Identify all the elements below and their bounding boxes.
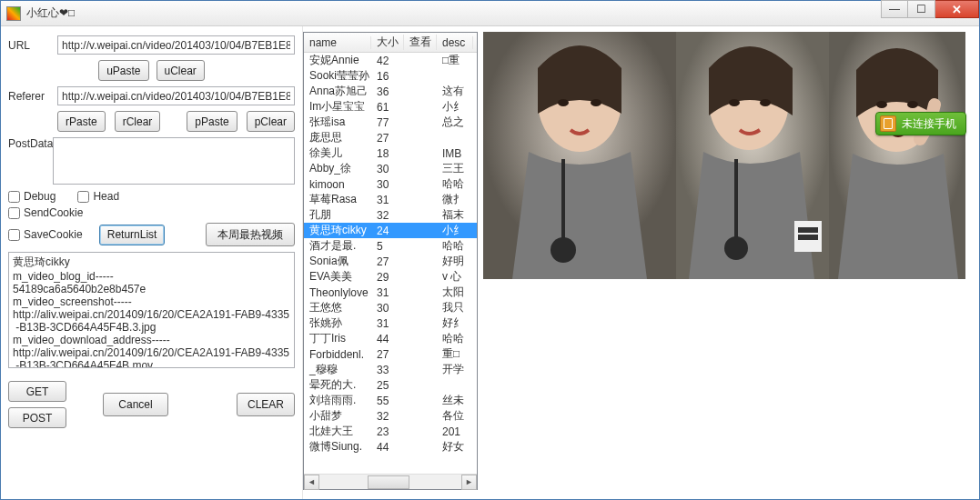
app-icon bbox=[6, 6, 21, 21]
uclear-button[interactable]: uClear bbox=[157, 60, 205, 81]
list-row[interactable]: 安妮Annie42□重 bbox=[304, 53, 477, 68]
list-row[interactable]: Sooki莹莹孙16 bbox=[304, 68, 477, 84]
list-row[interactable]: 北娃大王23201 bbox=[304, 424, 477, 439]
post-button[interactable]: POST bbox=[8, 407, 66, 428]
get-button[interactable]: GET bbox=[8, 381, 66, 402]
preview-image-1 bbox=[483, 32, 676, 279]
hdr-desc[interactable]: desc bbox=[437, 36, 473, 49]
ppaste-button[interactable]: pPaste bbox=[187, 111, 237, 132]
rclear-button[interactable]: rClear bbox=[115, 111, 161, 132]
client-area: URL uPaste uClear Referer rPaste rClear … bbox=[1, 26, 979, 499]
phone-status-badge[interactable]: 未连接手机 bbox=[875, 112, 966, 135]
list-h-scrollbar[interactable]: ◄ ► bbox=[304, 474, 477, 489]
list-row[interactable]: Im小星宝宝61小纟 bbox=[304, 99, 477, 115]
window-title: 小红心❤□ bbox=[26, 5, 75, 21]
sendcookie-checkbox[interactable]: SendCookie bbox=[8, 206, 83, 219]
close-button[interactable]: ✕ bbox=[935, 0, 979, 18]
hotvideo-button[interactable]: 本周最热视频 bbox=[206, 223, 295, 246]
list-row[interactable]: 庞思思27 bbox=[304, 130, 477, 145]
rpaste-button[interactable]: rPaste bbox=[57, 111, 106, 132]
list-row[interactable]: kimoon30哈哈 bbox=[304, 176, 477, 192]
list-row[interactable]: Anna苏旭己36这有 bbox=[304, 84, 477, 99]
list-row[interactable]: 丁丁Iris44哈哈 bbox=[304, 331, 477, 346]
app-window: 小红心❤□ — ☐ ✕ URL uPaste uClear Referer rP… bbox=[0, 0, 980, 500]
svg-point-14 bbox=[907, 101, 918, 108]
list-row[interactable]: _穆穆33开学 bbox=[304, 362, 477, 377]
list-row[interactable]: 王悠悠30我只 bbox=[304, 300, 477, 315]
scroll-right-icon[interactable]: ► bbox=[461, 475, 477, 490]
svg-point-4 bbox=[551, 237, 576, 263]
list-row[interactable]: 黄思琦cikky24小纟 bbox=[304, 223, 477, 238]
list-row[interactable]: EVA美美29v 心 bbox=[304, 269, 477, 285]
preview-image-2 bbox=[676, 32, 829, 279]
pclear-button[interactable]: pClear bbox=[247, 111, 295, 132]
list-row[interactable]: 徐美儿18IMB bbox=[304, 145, 477, 161]
cancel-button[interactable]: Cancel bbox=[103, 393, 168, 416]
savecookie-checkbox[interactable]: SaveCookie bbox=[8, 228, 83, 241]
clear-button[interactable]: CLEAR bbox=[237, 393, 295, 416]
minimize-button[interactable]: — bbox=[881, 0, 908, 18]
debug-checkbox[interactable]: Debug bbox=[8, 190, 56, 203]
list-row[interactable]: 晕死的大.25 bbox=[304, 377, 477, 393]
hdr-name[interactable]: name bbox=[304, 36, 371, 49]
postdata-input[interactable] bbox=[53, 137, 295, 185]
list-row[interactable]: 酒才是最.5哈哈 bbox=[304, 238, 477, 254]
watermark-text: 查字典 教程网 bbox=[889, 474, 970, 490]
titlebar: 小红心❤□ — ☐ ✕ bbox=[1, 1, 979, 26]
list-panel: name 大小 查看 desc 安妮Annie42□重Sooki莹莹孙16Ann… bbox=[303, 32, 478, 490]
svg-point-3 bbox=[591, 99, 601, 106]
url-label: URL bbox=[8, 39, 57, 52]
svg-point-9 bbox=[724, 236, 748, 260]
svg-point-7 bbox=[729, 99, 740, 106]
log-textarea[interactable]: 黄思琦cikky m_video_blog_id----- 54189ca6a5… bbox=[8, 252, 295, 368]
list-row[interactable]: Theonlylove31太阳 bbox=[304, 285, 477, 300]
svg-point-13 bbox=[876, 101, 887, 108]
preview-panel: 未连接手机 查字典 教程网 bbox=[481, 26, 979, 499]
returnlist-button[interactable]: ReturnList bbox=[99, 225, 166, 245]
svg-point-2 bbox=[558, 99, 569, 106]
list-header: name 大小 查看 desc bbox=[304, 33, 477, 53]
hdr-size[interactable]: 大小 bbox=[371, 35, 404, 50]
url-input[interactable] bbox=[57, 35, 295, 55]
preview-image-3 bbox=[829, 32, 965, 279]
scroll-left-icon[interactable]: ◄ bbox=[304, 475, 319, 490]
list-row[interactable]: 微博Siung.44好女 bbox=[304, 439, 477, 455]
list-row[interactable]: 草莓Rasa31微扌 bbox=[304, 192, 477, 207]
window-controls: — ☐ ✕ bbox=[881, 1, 979, 25]
list-row[interactable]: 张瑶isa77总之 bbox=[304, 115, 477, 130]
hdr-view[interactable]: 查看 bbox=[404, 35, 437, 50]
list-row[interactable]: 孔朋32福末 bbox=[304, 207, 477, 223]
phone-status-text: 未连接手机 bbox=[902, 116, 956, 132]
referer-label: Referer bbox=[8, 90, 57, 103]
referer-input[interactable] bbox=[57, 86, 295, 105]
list-row[interactable]: 刘培雨雨.55丝未 bbox=[304, 393, 477, 408]
list-row[interactable]: 张姚孙31好纟 bbox=[304, 315, 477, 331]
list-row[interactable]: Forbiddenl.27重□ bbox=[304, 346, 477, 362]
left-panel: URL uPaste uClear Referer rPaste rClear … bbox=[1, 26, 303, 499]
phone-icon bbox=[880, 115, 896, 132]
list-body[interactable]: 安妮Annie42□重Sooki莹莹孙16Anna苏旭己36这有Im小星宝宝61… bbox=[304, 53, 477, 474]
scroll-thumb[interactable] bbox=[368, 475, 409, 489]
upaste-button[interactable]: uPaste bbox=[98, 60, 148, 81]
list-row[interactable]: Sonia佩27好明 bbox=[304, 254, 477, 269]
head-checkbox[interactable]: Head bbox=[77, 190, 119, 203]
list-row[interactable]: Abby_徐30三王 bbox=[304, 161, 477, 176]
postdata-label: PostData bbox=[8, 137, 53, 150]
svg-point-8 bbox=[760, 99, 771, 106]
list-row[interactable]: 小甜梦32各位 bbox=[304, 408, 477, 424]
maximize-button[interactable]: ☐ bbox=[908, 0, 935, 18]
